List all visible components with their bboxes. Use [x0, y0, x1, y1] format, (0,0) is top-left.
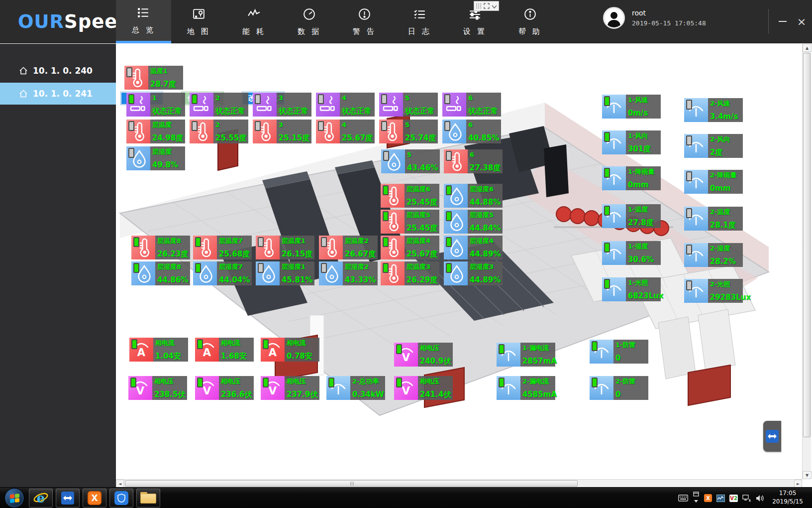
sensor-widget[interactable]: 层温度326.29度: [381, 261, 439, 285]
sensor-widget[interactable]: 1-湿度30.6%: [602, 241, 661, 265]
user-avatar[interactable]: [603, 7, 625, 29]
sensor-widget[interactable]: 温度128.7度: [124, 66, 183, 90]
tab-list[interactable]: 总 览: [116, 0, 171, 43]
sensor-widget[interactable]: 1-光照6823Lux: [602, 277, 661, 301]
tray-v2-tray[interactable]: V2: [729, 495, 738, 502]
sensor-widget[interactable]: 5状态正常: [379, 93, 438, 117]
sensor-widget[interactable]: 层温度24.98度: [126, 120, 185, 143]
tab-gauge[interactable]: 数 据: [282, 0, 337, 43]
sensor-widget[interactable]: 325.15度: [253, 120, 311, 143]
sensor-widget[interactable]: V相电压236.6伏: [195, 376, 254, 400]
sensor-widget[interactable]: 2-湿度28.2%: [684, 243, 743, 267]
sensor-widget[interactable]: 4状态正常: [316, 93, 375, 117]
minimize-button[interactable]: [775, 14, 790, 29]
chevron-down-icon[interactable]: [492, 1, 497, 11]
tray-keyboard[interactable]: [678, 495, 688, 502]
taskbar-app-security-shield[interactable]: [109, 489, 133, 508]
teamviewer-panel-handle[interactable]: [763, 421, 781, 452]
sidebar-item-device-1[interactable]: 10. 1. 0. 241: [0, 83, 116, 105]
tab-log[interactable]: 日 志: [392, 0, 447, 43]
sensor-widget[interactable]: 层湿度544.84%: [444, 210, 503, 234]
expand-icon[interactable]: [484, 1, 490, 11]
sensor-widget[interactable]: 层温度126.15度: [256, 236, 314, 259]
tab-help[interactable]: 帮 助: [503, 0, 558, 43]
tab-map[interactable]: 地 图: [171, 0, 226, 43]
sensor-label: 4: [342, 94, 373, 102]
sensor-widget[interactable]: 1-防雷0: [590, 340, 648, 364]
taskbar-app-internet-explorer[interactable]: e: [29, 489, 53, 508]
sensor-widget[interactable]: 2-风向2度: [684, 134, 743, 158]
sensor-widget[interactable]: 层湿度49.8%: [126, 146, 185, 170]
sensor-widget[interactable]: 2-总功率0.34kW: [326, 376, 385, 400]
scroll-left-button[interactable]: ◄: [116, 480, 124, 488]
sensor-widget[interactable]: 425.67度: [316, 120, 375, 143]
taskbar-app-file-explorer[interactable]: [136, 489, 160, 508]
sensor-widget[interactable]: 627.38度: [444, 149, 503, 173]
sensor-widget[interactable]: 1状态正常: [126, 93, 185, 117]
sensor-widget[interactable]: 2-降雨量0mm: [684, 170, 743, 194]
sensor-widget[interactable]: 2-漏电流4585mA: [497, 376, 555, 400]
sensor-widget[interactable]: 层温度826.23度: [131, 236, 190, 259]
sensor-widget[interactable]: 1-风向301度: [602, 130, 661, 154]
sensor-widget[interactable]: V相电压241.4伏: [394, 376, 453, 400]
sensor-widget[interactable]: 层温度226.67度: [319, 236, 378, 259]
sensor-widget[interactable]: 2状态正常: [190, 93, 248, 117]
sensor-readout: 相电压236.6伏: [219, 376, 254, 400]
sensor-widget[interactable]: 640.85%: [442, 120, 501, 143]
start-button[interactable]: [4, 488, 24, 508]
sensor-widget[interactable]: V相电压238.5伏: [128, 376, 187, 400]
horizontal-scrollbar[interactable]: ◄ ►: [116, 479, 802, 487]
sensor-widget[interactable]: 1-降雨量0mm: [602, 166, 661, 190]
sensor-widget[interactable]: 1-漏电流2857mA: [497, 343, 555, 367]
vertical-scroll-thumb[interactable]: [803, 53, 811, 437]
sensor-widget[interactable]: 2-防雷0: [590, 376, 648, 400]
sensor-widget[interactable]: 3状态正常: [253, 93, 311, 117]
sensor-widget[interactable]: 225.55度: [190, 120, 248, 143]
scroll-right-button[interactable]: ►: [794, 480, 802, 488]
vertical-scrollbar[interactable]: ▲ ▼: [802, 44, 811, 479]
sensor-widget[interactable]: A相电流1.04安: [129, 338, 188, 362]
sensor-widget[interactable]: A相电流0.78安: [261, 338, 319, 362]
sensor-widget[interactable]: 层湿度444.89%: [444, 236, 503, 259]
sensor-widget[interactable]: 层湿度744.04%: [193, 261, 252, 285]
sensor-widget[interactable]: V相电压237.9伏: [261, 376, 319, 400]
sensor-widget[interactable]: 层温度425.67度: [381, 236, 439, 259]
tray-hidden-icons[interactable]: [693, 492, 700, 505]
close-button[interactable]: ×: [794, 14, 809, 29]
tray-xampp-tray[interactable]: X: [704, 494, 712, 502]
sensor-widget[interactable]: 1-温度27.8度: [602, 204, 661, 228]
sensor-widget[interactable]: 层湿度145.81%: [256, 261, 314, 285]
sensor-widget[interactable]: 层温度625.45度: [381, 184, 439, 208]
sensor-widget[interactable]: 2-风速3.4m/s: [684, 98, 743, 122]
tab-warning[interactable]: 警 告: [337, 0, 392, 43]
sensor-widget[interactable]: 2-温度28.1度: [684, 207, 743, 231]
sensor-widget[interactable]: V相电压240.9伏: [394, 343, 453, 367]
sensor-widget[interactable]: 6状态正常: [442, 93, 501, 117]
sensor-widget[interactable]: 层湿度243.33%: [319, 261, 378, 285]
horizontal-scroll-thumb[interactable]: [125, 480, 578, 487]
sensor-widget[interactable]: 层温度725.68度: [193, 236, 252, 259]
tray-network-tray[interactable]: [742, 495, 751, 502]
droplet-icon: [193, 261, 217, 285]
grid-icon[interactable]: [476, 1, 482, 11]
thermometer-icon: [131, 236, 155, 259]
tab-energy[interactable]: 能 耗: [226, 0, 282, 43]
sensor-widget[interactable]: A相电流1.68安: [195, 338, 254, 362]
tray-monitor-tray[interactable]: [716, 495, 725, 502]
sensor-widget[interactable]: 525.74度: [379, 120, 438, 143]
taskbar-app-xampp[interactable]: X: [83, 489, 106, 508]
scroll-down-button[interactable]: ▼: [803, 471, 812, 479]
sensor-widget[interactable]: 层湿度644.88%: [444, 184, 503, 208]
sidebar-item-device-0[interactable]: 10. 1. 0. 240: [0, 60, 116, 82]
scroll-up-button[interactable]: ▲: [803, 44, 812, 52]
tray-volume-tray[interactable]: [756, 495, 764, 502]
sensor-widget[interactable]: 层湿度844.86%: [131, 261, 190, 285]
sensor-widget[interactable]: 543.46%: [381, 149, 440, 173]
sensor-widget[interactable]: 2-光照29283Lux: [684, 279, 743, 303]
floating-mini-toolbar[interactable]: [474, 1, 499, 11]
sensor-widget[interactable]: 层温度525.45度: [381, 210, 439, 234]
sensor-readout: 层温度625.45度: [405, 184, 439, 208]
taskbar-app-teamviewer[interactable]: [56, 489, 80, 508]
sensor-widget[interactable]: 层湿度344.89%: [444, 261, 503, 285]
sensor-widget[interactable]: 1-风速0m/s: [602, 95, 661, 119]
